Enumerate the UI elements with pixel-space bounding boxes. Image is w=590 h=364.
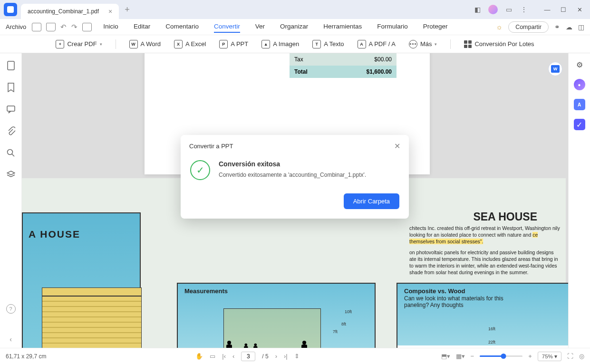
attachments-icon[interactable] (6, 126, 16, 136)
user-avatar[interactable] (488, 5, 498, 14)
zoom-slider[interactable] (480, 355, 522, 357)
to-text-button[interactable]: T A Texto (312, 40, 344, 48)
menu-comentario[interactable]: Comentario (165, 21, 199, 33)
word-icon: W (129, 40, 138, 48)
tax-label: Tax (290, 53, 332, 66)
to-word-label: A Word (141, 40, 161, 48)
svg-rect-0 (8, 61, 14, 70)
create-pdf-button[interactable]: + Crear PDF ▾ (56, 40, 102, 48)
plus-icon: + (56, 40, 64, 48)
person-silhouette (225, 341, 234, 348)
image-icon: ▲ (261, 40, 270, 48)
menu-ver[interactable]: Ver (255, 21, 265, 33)
chevron-down-icon: ▾ (100, 42, 102, 47)
person-silhouette (243, 344, 250, 348)
collapse-sidebar-icon[interactable]: ‹ (10, 335, 12, 343)
menu-formulario[interactable]: Formulario (377, 21, 408, 33)
bookmarks-icon[interactable] (6, 83, 16, 92)
to-pdfa-button[interactable]: A A PDF / A (358, 40, 396, 48)
save-icon[interactable] (82, 23, 92, 31)
app-logo (4, 3, 17, 16)
batch-label: Conversión Por Lotes (474, 40, 534, 48)
ai-assistant-icon[interactable]: ● (574, 79, 585, 90)
translate-icon[interactable]: A (574, 99, 585, 110)
measurements-title: Measurements (184, 287, 228, 295)
total-value: $1,600.00 (332, 66, 397, 78)
invoice-table: Tax$00.00 Total$1,600.00 (290, 53, 397, 78)
right-sidebar: ⚙ ● A ✓ (568, 53, 590, 348)
menu-proteger[interactable]: Proteger (423, 21, 448, 33)
layers-icon[interactable] (6, 170, 16, 180)
to-ppt-button[interactable]: P A PPT (219, 40, 248, 48)
composite-panel: Composite vs. Wood Can we look into what… (397, 283, 568, 348)
tab-title: accounting_Combinar_1.pdf (28, 8, 99, 15)
page-layout-icon[interactable]: ▦▾ (456, 353, 465, 360)
menu-inicio[interactable]: Inicio (103, 21, 118, 33)
page-number-input[interactable] (241, 352, 255, 361)
menu-editar[interactable]: Editar (134, 21, 150, 33)
undo-icon[interactable]: ↶ (60, 23, 67, 31)
select-tool-icon[interactable]: ▭ (210, 353, 215, 360)
menu-convertir[interactable]: Convertir (214, 21, 240, 33)
to-word-button[interactable]: W A Word (129, 40, 161, 48)
measurements-panel: Measurements 10ft 8ft 7ft 30ft 8ft 6ft (177, 283, 376, 348)
close-tab-icon[interactable]: × (108, 8, 112, 15)
thumbnails-icon[interactable] (6, 61, 16, 70)
grid-icon (464, 40, 472, 48)
open-folder-button[interactable]: Abrir Carpeta (344, 193, 399, 209)
panel-toggle-icon[interactable]: ◫ (578, 23, 584, 31)
menu-herramientas[interactable]: Herramientas (323, 21, 362, 33)
bulb-icon[interactable]: ☼ (496, 23, 503, 31)
total-label: Total (290, 66, 332, 78)
redo-icon[interactable]: ↷ (71, 23, 77, 31)
maximize-button[interactable]: ☐ (557, 3, 570, 16)
convert-toolbar: + Crear PDF ▾ W A Word X A Excel P A PPT… (0, 35, 590, 53)
close-dialog-icon[interactable]: ✕ (394, 142, 400, 151)
tasks-icon[interactable]: ✓ (574, 119, 585, 130)
zoom-out-icon[interactable]: − (471, 353, 474, 360)
to-image-label: A Imagen (273, 40, 299, 48)
menu-file[interactable]: Archivo (6, 23, 26, 30)
cloud-upload-icon[interactable]: ☁ (566, 23, 572, 31)
share-tree-icon[interactable]: ⚭ (554, 23, 560, 31)
search-icon[interactable] (6, 148, 16, 158)
fit-width-icon[interactable]: ⬒▾ (441, 353, 450, 360)
dialog-success-body: Convertido exitosamente a 'accounting_Co… (219, 172, 366, 178)
prev-page-icon[interactable]: ‹ (232, 353, 234, 360)
to-image-button[interactable]: ▲ A Imagen (261, 40, 299, 48)
zoom-level[interactable]: 75% ▾ (538, 352, 561, 361)
document-tab[interactable]: accounting_Combinar_1.pdf × (21, 4, 119, 19)
message-icon[interactable]: ▭ (504, 5, 513, 14)
minimize-button[interactable]: — (541, 3, 554, 16)
open-icon[interactable] (32, 23, 41, 31)
to-excel-button[interactable]: X A Excel (174, 40, 206, 48)
fullscreen-icon[interactable]: ⛶ (567, 353, 573, 360)
print-icon[interactable] (46, 23, 56, 31)
next-page-icon[interactable]: › (275, 353, 277, 360)
close-window-button[interactable]: ✕ (573, 3, 586, 16)
help-icon[interactable]: ? (6, 304, 16, 314)
share-button[interactable]: Compartir (508, 21, 549, 33)
excel-icon: X (174, 40, 183, 48)
scroll-mode-icon[interactable]: ⇕ (294, 353, 300, 360)
more-label: Más (420, 40, 432, 48)
notification-icon[interactable]: ◧ (473, 5, 482, 14)
menu-organizar[interactable]: Organizar (280, 21, 308, 33)
main-menu: Inicio Editar Comentario Convertir Ver O… (103, 21, 447, 33)
properties-icon[interactable]: ⚙ (574, 59, 585, 70)
first-page-icon[interactable]: |‹ (222, 353, 226, 360)
more-button[interactable]: Más ▾ (409, 40, 437, 48)
read-mode-icon[interactable]: ◎ (579, 353, 584, 360)
zoom-in-icon[interactable]: + (528, 353, 532, 360)
kebab-menu-icon[interactable]: ⋮ (520, 5, 528, 14)
hand-tool-icon[interactable]: ✋ (195, 353, 203, 360)
word-float-badge[interactable]: W (548, 62, 562, 76)
pdfa-icon: A (358, 40, 366, 48)
batch-convert-button[interactable]: Conversión Por Lotes (464, 40, 534, 48)
add-tab-button[interactable]: + (125, 5, 130, 15)
person-silhouette (300, 341, 309, 348)
success-check-icon: ✓ (190, 160, 210, 180)
comments-icon[interactable] (6, 105, 16, 114)
to-excel-label: A Excel (185, 40, 206, 48)
last-page-icon[interactable]: ›| (284, 353, 288, 360)
